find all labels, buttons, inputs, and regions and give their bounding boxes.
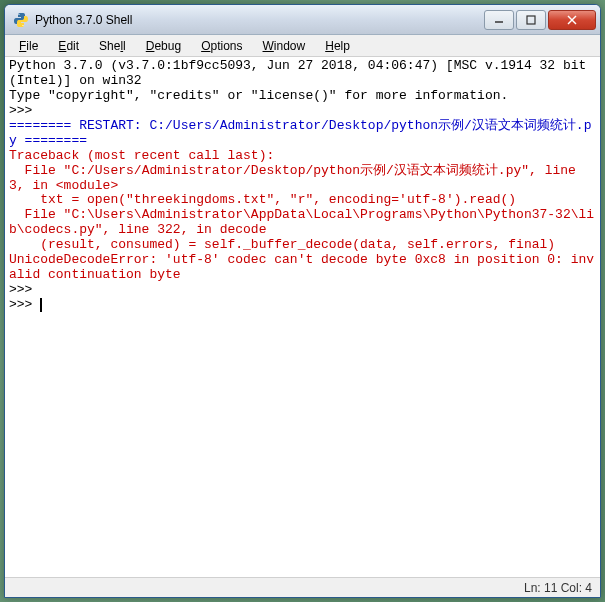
svg-point-0 [18, 13, 19, 14]
app-window: Python 3.7.0 Shell File Edit Shell Debug… [4, 4, 601, 598]
svg-rect-3 [527, 16, 535, 24]
traceback-header: Traceback (most recent call last): [9, 148, 274, 163]
menu-file[interactable]: File [9, 37, 48, 55]
shell-prompt: >>> [9, 297, 40, 312]
text-cursor [40, 298, 42, 312]
minimize-button[interactable] [484, 10, 514, 30]
traceback-file-2: File "C:\Users\Administrator\AppData\Loc… [9, 207, 594, 237]
shell-prompt: >>> [9, 103, 40, 118]
python-banner-version: Python 3.7.0 (v3.7.0:1bf9cc5093, Jun 27 … [9, 58, 594, 88]
shell-prompt: >>> [9, 282, 40, 297]
close-button[interactable] [548, 10, 596, 30]
cursor-position: Ln: 11 Col: 4 [524, 581, 592, 595]
svg-point-1 [22, 24, 23, 25]
shell-content[interactable]: Python 3.7.0 (v3.7.0:1bf9cc5093, Jun 27 … [5, 57, 600, 577]
traceback-file-1: File "C:/Users/Administrator/Desktop/pyt… [9, 163, 584, 193]
titlebar[interactable]: Python 3.7.0 Shell [5, 5, 600, 35]
maximize-button[interactable] [516, 10, 546, 30]
menubar: File Edit Shell Debug Options Window Hel… [5, 35, 600, 57]
python-banner-help: Type "copyright", "credits" or "license(… [9, 88, 508, 103]
traceback-code-2: (result, consumed) = self._buffer_decode… [9, 237, 555, 252]
menu-shell[interactable]: Shell [89, 37, 136, 55]
restart-line: ======== RESTART: C:/Users/Administrator… [9, 118, 591, 148]
menu-options[interactable]: Options [191, 37, 252, 55]
window-controls [482, 10, 596, 30]
error-message: UnicodeDecodeError: 'utf-8' codec can't … [9, 252, 594, 282]
menu-window[interactable]: Window [253, 37, 316, 55]
window-title: Python 3.7.0 Shell [35, 13, 482, 27]
menu-debug[interactable]: Debug [136, 37, 191, 55]
statusbar: Ln: 11 Col: 4 [5, 577, 600, 597]
traceback-code-1: txt = open("threekingdoms.txt", "r", enc… [9, 192, 516, 207]
python-icon [13, 12, 29, 28]
menu-edit[interactable]: Edit [48, 37, 89, 55]
menu-help[interactable]: Help [315, 37, 360, 55]
